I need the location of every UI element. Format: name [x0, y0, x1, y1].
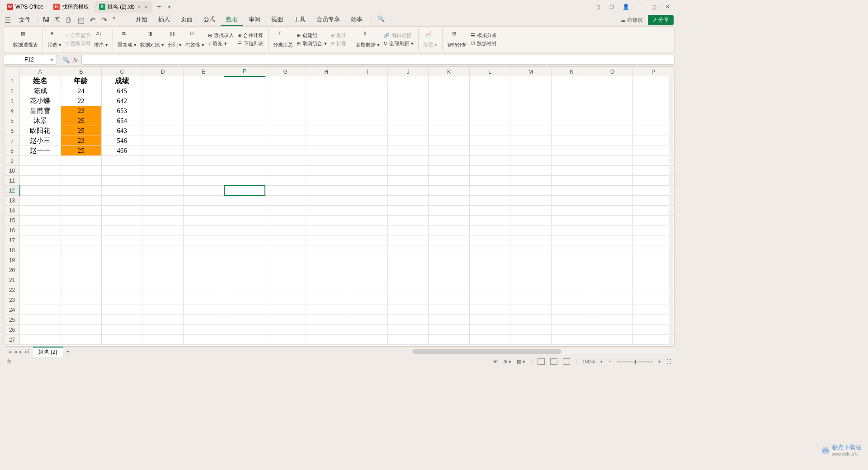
menu-tab-efficiency[interactable]: 效率 — [345, 14, 368, 26]
fx-icon[interactable]: fx — [73, 56, 78, 63]
add-sheet-button[interactable]: + — [63, 348, 73, 356]
cell[interactable] — [142, 275, 183, 285]
zoom-in[interactable]: + — [658, 359, 661, 364]
cell[interactable] — [633, 166, 674, 176]
cell[interactable] — [633, 116, 674, 126]
formula-input[interactable] — [81, 55, 675, 65]
cell[interactable] — [510, 176, 551, 186]
cell[interactable] — [347, 295, 387, 305]
cell[interactable] — [429, 186, 469, 196]
cell[interactable]: 466 — [102, 146, 142, 156]
cell[interactable] — [510, 156, 551, 166]
cell[interactable] — [20, 206, 61, 216]
cell[interactable] — [347, 176, 387, 186]
cell[interactable] — [387, 106, 428, 116]
view-layout[interactable] — [550, 358, 557, 365]
cell[interactable] — [551, 335, 592, 345]
cell[interactable] — [183, 295, 224, 305]
cell[interactable] — [265, 206, 306, 216]
cell[interactable] — [592, 315, 633, 325]
cell[interactable] — [142, 136, 183, 146]
cell[interactable] — [387, 226, 428, 235]
dropdown-list-button[interactable]: ☰下拉列表 — [237, 40, 264, 47]
cell[interactable] — [429, 136, 469, 146]
cell[interactable] — [469, 136, 510, 146]
cell[interactable] — [224, 275, 265, 285]
cell[interactable] — [387, 166, 428, 176]
row-header[interactable]: 16 — [5, 226, 20, 235]
cell[interactable] — [551, 315, 592, 325]
cell[interactable]: 645 — [102, 86, 142, 96]
cell[interactable] — [429, 116, 469, 126]
cell[interactable] — [306, 166, 347, 176]
cell[interactable] — [306, 156, 347, 166]
menu-tab-review[interactable]: 审阅 — [243, 14, 266, 26]
cell[interactable] — [306, 186, 347, 196]
cell[interactable] — [183, 245, 224, 255]
cell[interactable] — [510, 136, 551, 146]
cell[interactable] — [592, 265, 633, 275]
cell[interactable] — [265, 275, 306, 285]
cell[interactable] — [510, 315, 551, 325]
cell[interactable] — [224, 206, 265, 216]
cell[interactable] — [387, 96, 428, 106]
simulate-button[interactable]: ☰模拟分析 — [471, 32, 497, 39]
cell[interactable] — [429, 265, 469, 275]
cell[interactable]: 皇甫雪 — [20, 106, 61, 116]
cell[interactable] — [61, 275, 101, 285]
cell[interactable] — [510, 186, 551, 196]
cell[interactable] — [183, 255, 224, 265]
cell[interactable] — [469, 156, 510, 166]
row-header[interactable]: 22 — [5, 285, 20, 295]
cell[interactable] — [347, 166, 387, 176]
cell[interactable] — [224, 235, 265, 245]
cell[interactable] — [102, 186, 142, 196]
cell[interactable] — [633, 146, 674, 156]
sheet-tab-active[interactable]: 姓名 (2) — [33, 347, 63, 357]
fill-button[interactable]: ↓填充 ▾ — [208, 40, 234, 47]
cell[interactable] — [510, 166, 551, 176]
row-header[interactable]: 12 — [5, 186, 20, 196]
column-header[interactable]: L — [469, 67, 510, 76]
cell[interactable] — [265, 106, 306, 116]
cell[interactable] — [633, 325, 674, 335]
cell[interactable] — [469, 86, 510, 96]
scrollbar-thumb[interactable] — [412, 349, 561, 354]
cell[interactable] — [347, 315, 387, 325]
settings-icon[interactable]: ⊕ ▾ — [503, 359, 511, 365]
cell[interactable] — [265, 265, 306, 275]
cell[interactable] — [224, 76, 265, 86]
column-header[interactable]: A — [20, 67, 61, 76]
column-header[interactable]: I — [347, 67, 387, 76]
cell[interactable]: 654 — [102, 116, 142, 126]
cell[interactable] — [633, 76, 674, 86]
duplicates-button[interactable]: ⧉重复项 ▾ — [118, 31, 137, 48]
cell[interactable] — [224, 136, 265, 146]
cell[interactable] — [633, 86, 674, 96]
subtotal-button[interactable]: Σ分类汇总 — [273, 31, 293, 48]
cell[interactable] — [387, 235, 428, 245]
cell[interactable] — [265, 315, 306, 325]
cell[interactable] — [20, 156, 61, 166]
cell[interactable] — [592, 96, 633, 106]
row-header[interactable]: 5 — [5, 116, 20, 126]
cell[interactable] — [306, 305, 347, 315]
cell[interactable] — [102, 226, 142, 235]
cell[interactable] — [347, 106, 387, 116]
cell[interactable] — [142, 265, 183, 275]
cell[interactable] — [306, 216, 347, 226]
cell[interactable] — [142, 176, 183, 186]
cell[interactable] — [20, 166, 61, 176]
cell[interactable] — [551, 216, 592, 226]
cell[interactable]: 成绩 — [102, 76, 142, 86]
cell[interactable] — [429, 285, 469, 295]
undo-icon[interactable]: ↶ — [90, 16, 98, 24]
cell[interactable] — [224, 285, 265, 295]
cell[interactable] — [429, 206, 469, 216]
cell[interactable] — [429, 226, 469, 235]
row-header[interactable]: 25 — [5, 315, 20, 325]
cell[interactable] — [265, 235, 306, 245]
menu-tab-view[interactable]: 视图 — [266, 14, 288, 26]
cell[interactable] — [592, 295, 633, 305]
cell[interactable] — [551, 136, 592, 146]
